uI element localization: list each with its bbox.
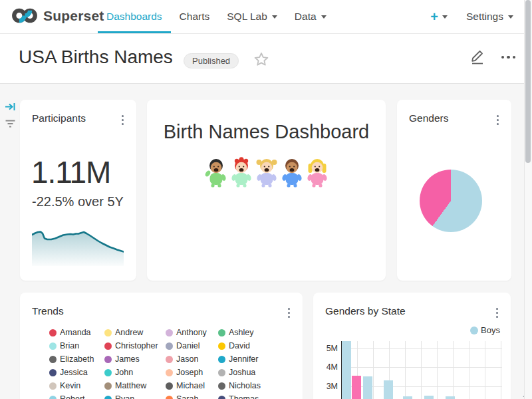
legend-color-dot bbox=[166, 329, 173, 336]
legend-item[interactable]: James bbox=[104, 352, 166, 366]
legend-item[interactable]: Ashley bbox=[218, 326, 281, 339]
legend-color-dot bbox=[166, 356, 173, 363]
legend-color-dot bbox=[218, 356, 225, 363]
superset-brand[interactable]: Superset bbox=[11, 7, 104, 25]
legend-color-dot bbox=[104, 382, 112, 390]
legend-item[interactable]: David bbox=[218, 339, 281, 352]
legend-label: John bbox=[115, 368, 133, 377]
legend-label: Michael bbox=[176, 381, 205, 390]
vertical-scrollbar bbox=[524, 0, 532, 399]
settings-menu[interactable]: Settings bbox=[466, 11, 513, 23]
markdown-card: Birth Names Dashboard bbox=[147, 100, 386, 281]
bar bbox=[342, 341, 351, 399]
legend-item[interactable]: Kevin bbox=[49, 379, 104, 392]
legend-item[interactable]: Andrew bbox=[104, 326, 166, 339]
page-title: USA Births Names bbox=[19, 47, 173, 68]
legend-item[interactable]: Elizabeth bbox=[49, 352, 104, 366]
bar bbox=[352, 376, 361, 399]
legend-item[interactable]: Anthony bbox=[166, 326, 218, 339]
child-emoji bbox=[204, 157, 228, 188]
legend-color-dot bbox=[166, 382, 173, 390]
legend-label: Anthony bbox=[176, 328, 207, 337]
star-icon[interactable] bbox=[253, 51, 269, 67]
legend-item[interactable]: Ryan bbox=[104, 392, 166, 399]
legend-item[interactable]: Amanda bbox=[49, 326, 104, 339]
pie-chart bbox=[420, 170, 482, 232]
trends-card: Trends Amanda Andrew Anthony bbox=[20, 293, 303, 399]
legend-item[interactable]: Boys bbox=[470, 325, 500, 335]
legend-label: Nicholas bbox=[229, 381, 261, 390]
legend-color-dot bbox=[218, 329, 225, 336]
legend-label: Ryan bbox=[115, 394, 134, 399]
legend-item[interactable]: Thomas bbox=[218, 392, 281, 399]
legend-item[interactable]: Jason bbox=[166, 352, 218, 366]
chart-title: Genders bbox=[409, 112, 448, 124]
legend-color-dot bbox=[104, 342, 112, 350]
legend-item[interactable]: John bbox=[104, 366, 166, 379]
caret-down-icon bbox=[508, 15, 513, 19]
new-menu-button[interactable]: + bbox=[430, 10, 448, 23]
kebab-menu-icon[interactable] bbox=[495, 114, 500, 126]
superset-dashboard-page: Superset Dashboards Charts SQL Lab Data … bbox=[0, 0, 532, 399]
nav-item[interactable]: Charts bbox=[171, 0, 219, 33]
legend-item[interactable]: Brian bbox=[49, 339, 104, 352]
more-actions-icon[interactable] bbox=[501, 56, 515, 59]
scrollbar-thumb[interactable] bbox=[525, 0, 531, 163]
legend-label: Joseph bbox=[176, 368, 203, 377]
legend-label: Brian bbox=[60, 341, 79, 350]
legend-item[interactable]: Robert bbox=[49, 392, 104, 399]
kebab-menu-icon[interactable] bbox=[287, 307, 291, 319]
settings-label: Settings bbox=[466, 11, 503, 23]
filter-list-icon[interactable] bbox=[5, 119, 16, 129]
legend-item[interactable]: Matthew bbox=[104, 379, 166, 392]
legend-label: Robert bbox=[60, 394, 85, 399]
legend-label: Joshua bbox=[229, 368, 255, 377]
legend-color-dot bbox=[166, 342, 173, 350]
participants-card: Participants 1.11M -22.5% over 5Y bbox=[20, 100, 136, 281]
legend-color-dot bbox=[166, 369, 173, 376]
legend-item[interactable]: Joshua bbox=[218, 366, 281, 379]
legend-color-dot bbox=[49, 356, 57, 363]
legend-label: David bbox=[229, 341, 250, 350]
sparkline-chart bbox=[32, 226, 124, 266]
legend-label: James bbox=[115, 354, 140, 364]
nav-item[interactable]: Data bbox=[286, 0, 335, 33]
expand-filter-bar-icon[interactable] bbox=[5, 101, 16, 112]
legend-item[interactable]: Sarah bbox=[166, 392, 218, 399]
legend-color-dot bbox=[49, 396, 57, 399]
big-number-value: 1.11M bbox=[31, 154, 110, 190]
bar bbox=[424, 396, 434, 399]
dashboard-header: USA Births Names Published bbox=[0, 33, 532, 84]
nav-item[interactable]: SQL Lab bbox=[218, 0, 286, 33]
legend-item[interactable]: Joseph bbox=[166, 366, 218, 379]
kebab-menu-icon[interactable] bbox=[120, 114, 125, 126]
legend-label: Thomas bbox=[229, 394, 259, 399]
series-legend: Amanda Andrew Anthony Ashley bbox=[49, 326, 281, 399]
legend-item[interactable]: Jennifer bbox=[218, 352, 281, 366]
legend-label: Andrew bbox=[115, 328, 143, 337]
legend-color-dot bbox=[218, 342, 225, 350]
top-navbar: Superset Dashboards Charts SQL Lab Data … bbox=[0, 0, 532, 34]
main-nav: Dashboards Charts SQL Lab Data bbox=[98, 0, 335, 33]
legend-color-dot bbox=[49, 382, 57, 390]
children-emoji-row bbox=[147, 157, 386, 188]
legend-item[interactable]: Daniel bbox=[166, 339, 218, 352]
legend-item[interactable]: Nicholas bbox=[218, 379, 281, 392]
bar-chart-plot bbox=[341, 341, 502, 399]
edit-pencil-icon[interactable] bbox=[469, 48, 485, 65]
y-axis-tick-label: 5M bbox=[317, 344, 338, 353]
legend-label: Boys bbox=[481, 325, 500, 335]
y-axis-tick-label: 4M bbox=[317, 362, 338, 372]
published-badge[interactable]: Published bbox=[184, 53, 239, 68]
legend-item[interactable]: Michael bbox=[166, 379, 218, 392]
y-axis-tick-label: 3M bbox=[317, 382, 338, 391]
legend-item[interactable]: Christopher bbox=[104, 339, 166, 352]
legend-color-dot bbox=[218, 396, 225, 399]
bar bbox=[403, 396, 412, 399]
legend-item[interactable]: Jessica bbox=[49, 366, 104, 379]
caret-down-icon bbox=[442, 15, 448, 19]
genders-card: Genders bbox=[397, 100, 511, 281]
legend-label: Sarah bbox=[176, 394, 198, 399]
kebab-menu-icon[interactable] bbox=[495, 307, 499, 319]
nav-item[interactable]: Dashboards bbox=[98, 0, 171, 33]
